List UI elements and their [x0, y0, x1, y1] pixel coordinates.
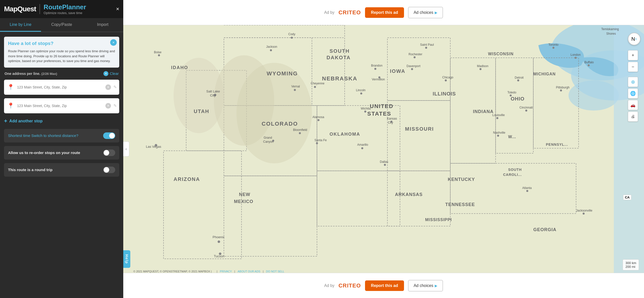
globe-button[interactable]: 🌐: [628, 88, 638, 98]
svg-text:STATES: STATES: [367, 111, 391, 117]
toggle-thumb: [109, 133, 115, 138]
svg-text:City: City: [210, 93, 216, 97]
svg-text:MISSISSIPPI: MISSISSIPPI: [425, 218, 452, 222]
option-round-trip: This route is a round trip: [4, 163, 119, 177]
svg-point-107: [496, 117, 498, 119]
shortest-time-toggle[interactable]: [103, 132, 115, 139]
svg-point-66: [294, 89, 296, 91]
zoom-in-button[interactable]: +: [628, 50, 638, 60]
svg-text:KENTUCKY: KENTUCKY: [448, 177, 475, 182]
stop-1-edit-button[interactable]: ✎: [113, 85, 117, 89]
stop-2-clear-button[interactable]: ✕: [105, 103, 111, 109]
svg-point-113: [583, 213, 585, 215]
address-count-row: One address per line. (2/26 Max) ✕ Clear: [4, 71, 119, 76]
ad-choices-bottom-button[interactable]: Ad choices ▶: [408, 280, 443, 291]
tab-copy-paste[interactable]: Copy/Paste: [41, 18, 82, 32]
clear-button[interactable]: ✕ Clear: [103, 71, 119, 76]
report-ad-bottom-button[interactable]: Report this ad: [365, 280, 404, 291]
app-header: MapQuest RoutePlanner Optimize routes, s…: [0, 0, 123, 18]
svg-text:Brandon: Brandon: [371, 64, 382, 67]
zoom-out-button[interactable]: −: [628, 62, 638, 72]
promo-close-button[interactable]: ×: [110, 39, 117, 46]
svg-text:Buffalo: Buffalo: [584, 61, 594, 64]
ad-choices-top-button[interactable]: Ad choices ▶: [408, 7, 443, 18]
help-button[interactable]: Help: [123, 250, 130, 268]
svg-text:WISCONSIN: WISCONSIN: [488, 52, 513, 56]
svg-text:Shores: Shores: [606, 32, 616, 35]
svg-point-77: [316, 142, 318, 144]
left-panel: MapQuest RoutePlanner Optimize routes, s…: [0, 0, 123, 298]
ad-choices-top-icon: ▶: [435, 11, 437, 15]
svg-point-62: [291, 37, 293, 39]
traffic-button[interactable]: 🚗: [628, 100, 638, 110]
pin-2-icon: 📍: [7, 102, 15, 110]
svg-point-68: [314, 86, 316, 88]
pin-purple-icon: 📍: [7, 103, 14, 109]
footer-do-not-sell[interactable]: DO NOT SELL: [266, 270, 285, 273]
svg-point-56: [218, 240, 220, 243]
round-trip-toggle[interactable]: [103, 167, 115, 173]
svg-text:Chicago: Chicago: [442, 76, 453, 79]
logo-subtitle: Optimize routes, save time: [44, 11, 86, 15]
ad-by-bottom: Ad by: [324, 283, 335, 288]
stop-2-input[interactable]: [17, 104, 103, 108]
tab-import[interactable]: Import: [82, 18, 123, 32]
svg-text:Vermillion: Vermillion: [372, 78, 385, 81]
compass-button[interactable]: N ✛: [628, 33, 640, 45]
close-button[interactable]: ×: [116, 6, 119, 12]
svg-text:UNITED: UNITED: [370, 103, 393, 109]
svg-point-70: [317, 119, 319, 121]
svg-text:IDAHO: IDAHO: [171, 65, 188, 70]
panel-content: × Have a lot of stops? Route Planner can…: [0, 32, 123, 298]
svg-text:NEW: NEW: [239, 192, 250, 197]
toggle-thumb-2: [104, 150, 109, 156]
location-button[interactable]: ⊕: [628, 77, 638, 87]
stop-1-clear-button[interactable]: ✕: [105, 84, 111, 90]
svg-text:Toledo: Toledo: [507, 91, 516, 94]
svg-point-111: [526, 190, 528, 192]
logo-divider: [39, 4, 40, 14]
collapse-icon: ‹: [126, 147, 127, 151]
toggle-thumb-3: [104, 167, 109, 173]
print-button[interactable]: 🖨: [628, 112, 638, 122]
reorder-toggle[interactable]: [103, 150, 115, 156]
footer-about-ads[interactable]: ABOUT OUR ADS: [237, 270, 260, 273]
logo-routeplanner: RoutePlanner: [44, 3, 86, 11]
svg-point-3: [569, 80, 619, 111]
map-svg[interactable]: IDAHO WYOMING UTAH COLORADO ARIZONA NEW …: [123, 25, 644, 273]
svg-text:Cody: Cody: [288, 32, 295, 36]
promo-box: × Have a lot of stops? Route Planner can…: [4, 37, 119, 68]
svg-point-115: [552, 47, 554, 49]
svg-point-121: [560, 89, 562, 91]
svg-text:Bloomfield: Bloomfield: [293, 128, 307, 132]
svg-text:SOUTH: SOUTH: [508, 168, 522, 172]
stop-2-edit-button[interactable]: ✎: [113, 103, 117, 108]
svg-point-119: [588, 64, 590, 66]
svg-text:CAROLI...: CAROLI...: [503, 173, 522, 177]
svg-point-95: [411, 68, 413, 70]
svg-text:Phoenix: Phoenix: [213, 235, 224, 239]
collapse-panel-button[interactable]: ‹: [123, 141, 129, 157]
scale-miles: 200 mi: [625, 265, 636, 269]
ad-choices-bottom-icon: ▶: [435, 284, 437, 288]
pin-green-icon: 📍: [7, 84, 14, 90]
svg-text:Alamosa: Alamosa: [312, 115, 324, 119]
report-ad-top-button[interactable]: Report this ad: [365, 7, 404, 18]
svg-point-81: [360, 92, 362, 94]
footer-privacy[interactable]: PRIVACY: [220, 270, 232, 273]
option-round-trip-label: This route is a round trip: [8, 168, 53, 172]
svg-text:Pittsburgh: Pittsburgh: [556, 86, 570, 89]
svg-text:COLORADO: COLORADO: [262, 121, 298, 127]
footer-sep1: |: [217, 270, 217, 273]
stop-1-input[interactable]: [17, 85, 103, 89]
tab-line-by-line[interactable]: Line by Line: [0, 18, 41, 32]
svg-point-89: [384, 164, 386, 166]
add-stop-button[interactable]: + Add another stop: [4, 117, 119, 125]
svg-text:Toronto: Toronto: [548, 43, 558, 46]
option-switch-label[interactable]: Switch to shortest distance?: [31, 133, 78, 138]
svg-point-103: [517, 79, 519, 81]
svg-text:Nashville: Nashville: [493, 131, 505, 134]
tab-bar: Line by Line Copy/Paste Import: [0, 18, 123, 32]
svg-point-109: [497, 135, 499, 137]
svg-text:Las Vegas: Las Vegas: [146, 145, 161, 148]
